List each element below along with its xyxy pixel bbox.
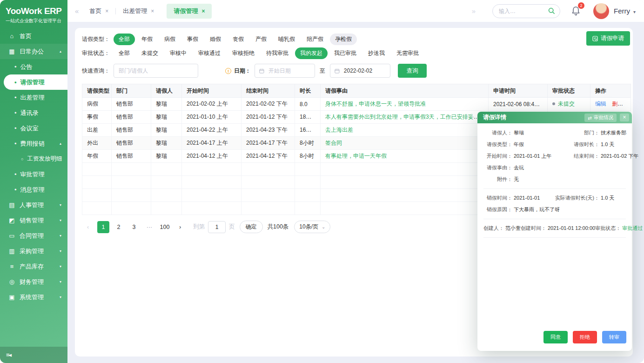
reason-link[interactable]: 有事处理，申请一天年假 [325, 153, 387, 159]
sidebar-item-expense[interactable]: •费用报销▴ [0, 136, 67, 151]
filter-pill-我已审批[interactable]: 我已审批 [329, 47, 362, 59]
quick-search-label: 快速查询： [82, 67, 110, 75]
goto-page-input[interactable] [208, 221, 226, 233]
sidebar-item-system[interactable]: ▣系统管理▾ [0, 289, 67, 305]
reason-link[interactable]: 签合同 [325, 140, 342, 146]
tab-close-icon[interactable]: × [151, 8, 154, 14]
filter-pill-抄送我[interactable]: 抄送我 [363, 47, 390, 59]
reason-link[interactable]: 本人有事需要外出到北京处理，申请事假3天，工作已安排妥当，请领… [325, 114, 489, 120]
filter-pill-哺乳假[interactable]: 哺乳假 [273, 34, 300, 45]
start-date-field[interactable] [268, 67, 310, 74]
sidebar-item-finance[interactable]: ◎财务管理▾ [0, 274, 67, 289]
sidebar-item-contract[interactable]: ▭合同管理▾ [0, 228, 67, 243]
page-100[interactable]: 100 [159, 221, 171, 233]
person-cell: 黎瑞 [151, 124, 182, 137]
filter-pill-婚假[interactable]: 婚假 [205, 34, 226, 45]
sidebar-item-approval-management[interactable]: •审批管理 [0, 167, 67, 182]
sidebar: YooWork ERP 一站式企业数字化管理平台 ⌂首页▦日常办公▴•公告•请假… [0, 0, 67, 363]
filter-pill-产假[interactable]: 产假 [250, 34, 272, 45]
filter-pill-全部[interactable]: 全部 [114, 47, 135, 59]
modal-close-icon[interactable]: × [620, 114, 629, 121]
sidebar-item-salary-detail[interactable]: ○工资发放明细 [0, 151, 67, 167]
reason-link[interactable]: 身体不舒服，申请休息一天，望领导批准 [325, 101, 426, 107]
filter-pill-丧假[interactable]: 丧假 [228, 34, 249, 45]
filter-pill-事假[interactable]: 事假 [182, 34, 203, 45]
page-3[interactable]: 3 [128, 221, 140, 233]
chevrons-left-icon[interactable]: « [75, 7, 79, 15]
filter-pill-我的发起[interactable]: 我的发起 [295, 47, 328, 59]
tab-首页[interactable]: 首页× [82, 0, 115, 22]
filter-pill-全部[interactable]: 全部 [114, 34, 135, 45]
bullet-icon: • [14, 63, 17, 70]
modal-field: 实际请假时长(天)：1.0 天 [555, 195, 626, 202]
apply-leave-button[interactable]: 请假申请 [586, 31, 630, 46]
sidebar-item-sales[interactable]: ◩销售管理▾ [0, 213, 67, 228]
sidebar-item-purchase[interactable]: ▥采购管理▾ [0, 243, 67, 259]
sidebar-item-message-management[interactable]: •消息管理 [0, 182, 67, 197]
quick-search-input[interactable] [114, 64, 198, 78]
filter-pill-未提交[interactable]: 未提交 [136, 47, 163, 59]
filter-pill-病假[interactable]: 病假 [159, 34, 181, 45]
filter-pill-待我审批[interactable]: 待我审批 [261, 47, 294, 59]
collapse-sidebar-icon[interactable]: ≡◂ [6, 351, 11, 358]
modal-header[interactable]: 请假详情 ⇄ 审批情况 × [477, 112, 632, 123]
sidebar-item-hr[interactable]: ▤人事管理▾ [0, 197, 67, 213]
tab-label: 首页 [89, 7, 101, 15]
tab-出差管理[interactable]: 出差管理× [116, 0, 161, 22]
filter-pill-审核通过[interactable]: 审核通过 [193, 47, 226, 59]
start-date-input[interactable] [255, 64, 315, 78]
next-page-icon[interactable]: › [174, 221, 186, 233]
chevrons-right-icon[interactable]: » [472, 7, 476, 15]
per-page-select[interactable]: 10条/页⌄ [294, 221, 330, 233]
end-date-field[interactable] [343, 67, 386, 74]
query-button[interactable]: 查询 [398, 64, 427, 78]
sidebar-item-home[interactable]: ⌂首页 [0, 28, 67, 44]
notification-bell[interactable]: 2 [571, 6, 580, 16]
leave-type-cell: 年假 [82, 150, 112, 163]
sidebar-item-leave-management[interactable]: •请假管理 [4, 74, 67, 90]
user-caret-down-icon[interactable]: ▾ [633, 9, 636, 14]
filter-pill-无需审批[interactable]: 无需审批 [391, 47, 424, 59]
tab-请假管理[interactable]: 请假管理× [167, 4, 212, 19]
edit-link[interactable]: 编辑 [595, 101, 606, 107]
search-icon[interactable] [548, 7, 555, 16]
avatar[interactable] [593, 3, 609, 19]
sidebar-item-label: 财务管理 [20, 278, 44, 286]
sidebar-item-contacts[interactable]: •通讯录 [0, 105, 67, 121]
sidebar-item-announcements[interactable]: •公告 [0, 59, 67, 74]
approval-status-button[interactable]: ⇄ 审批情况 [584, 114, 617, 122]
page-2[interactable]: 2 [113, 221, 125, 233]
dept-cell: 销售部 [112, 98, 151, 111]
filter-pill-审核拒绝[interactable]: 审核拒绝 [227, 47, 260, 59]
empty-cell [151, 202, 182, 215]
sidebar-item-business-trip[interactable]: •出差管理 [0, 90, 67, 105]
modal-field: 销假时间：2021-01-01 [483, 195, 555, 202]
field-value: 无 [514, 176, 519, 183]
page-1[interactable]: 1 [97, 221, 109, 233]
column-header-请假事由: 请假事由 [321, 84, 489, 98]
empty-cell [112, 163, 151, 176]
empty-cell [242, 176, 295, 189]
approval-status-pills: 全部未提交审核中审核通过审核拒绝待我审批我的发起我已审批抄送我无需审批 [114, 47, 425, 59]
sidebar-item-daily-office[interactable]: ▦日常办公▴ [0, 44, 67, 59]
sidebar-item-meeting-room[interactable]: •会议室 [0, 121, 67, 136]
tab-close-icon[interactable]: × [105, 8, 108, 14]
transfer-button[interactable]: 转审 [602, 331, 626, 343]
filter-pill-年假[interactable]: 年假 [136, 34, 158, 45]
empty-cell [82, 176, 112, 189]
sidebar-item-inventory[interactable]: ≡产品库存▾ [0, 259, 67, 274]
goto-confirm-button[interactable]: 确定 [240, 221, 263, 233]
bullet-icon: • [14, 79, 17, 86]
tab-close-icon[interactable]: × [201, 8, 205, 14]
filter-pill-审核中[interactable]: 审核中 [165, 47, 192, 59]
chevron-down-icon: ▾ [60, 264, 61, 269]
filter-pill-孕检假[interactable]: 孕检假 [330, 34, 357, 45]
end-date-input[interactable] [330, 64, 390, 78]
delete-link[interactable]: 删除 [612, 101, 623, 107]
filter-pill-陪产假[interactable]: 陪产假 [302, 34, 329, 45]
reason-link[interactable]: 去上海出差 [325, 127, 353, 133]
agree-button[interactable]: 同意 [543, 331, 568, 343]
prev-page-icon[interactable]: ‹ [82, 221, 94, 233]
applied-time-cell: 2021-02-06 08:40:28 [489, 98, 548, 111]
reject-button[interactable]: 拒绝 [573, 331, 597, 343]
